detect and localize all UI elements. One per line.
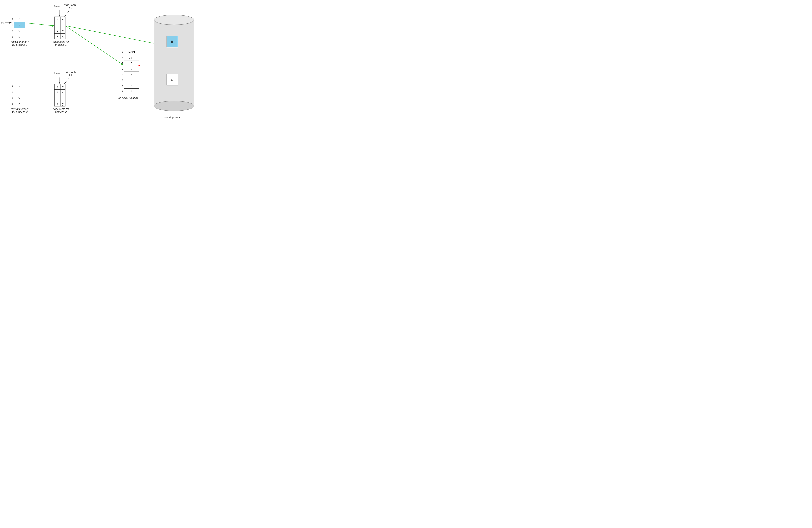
- svg-line-5: [64, 11, 69, 16]
- svg-line-3: [66, 26, 122, 64]
- logical-memory-1-table: 0 A 1 B 2 C 3 D: [12, 16, 25, 40]
- b-block: B: [166, 36, 178, 47]
- svg-rect-9: [154, 20, 194, 106]
- logical-memory-2-label: logical memoryfor process 2: [8, 108, 31, 114]
- svg-line-1: [24, 23, 54, 26]
- backing-store-label: backing store: [156, 116, 189, 119]
- page-table-1-vi-header: valid-invalidbit: [64, 4, 77, 9]
- pc-label: PC →: [1, 21, 8, 24]
- diagram-container: PC → 0 A 1 B 2 C 3 D logical memoryfor p…: [0, 0, 203, 132]
- page-table-1-frame-header: frame: [54, 5, 60, 7]
- logical-memory-1-label: logical memoryfor process 1: [8, 41, 31, 46]
- svg-point-11: [154, 15, 194, 25]
- page-table-2: 7 v 4 v i 5 v: [54, 84, 66, 106]
- physical-memory-table: 0 kernel 1 ↓ 2 D 3 C 4 F 5 H 6 A 7 E: [121, 49, 139, 94]
- physical-memory-label: physical memory: [118, 96, 139, 99]
- page-table-1-label: page table forprocess 1: [49, 41, 73, 46]
- svg-line-7: [64, 78, 69, 84]
- svg-point-10: [154, 101, 194, 111]
- logical-memory-2-table: 0 E 1 F 2 G 3 H: [12, 83, 25, 107]
- g-block: G: [166, 74, 178, 86]
- page-table-2-vi-header: valid-invalidbit: [64, 71, 77, 76]
- page-table-2-label: page table forprocess 2: [49, 108, 73, 114]
- page-table-2-frame-header: frame: [54, 72, 60, 75]
- question-mark: ?: [138, 64, 140, 68]
- backing-store-cylinder: [153, 10, 195, 112]
- page-table-1: 6 v i 3 v 2 v: [54, 17, 66, 39]
